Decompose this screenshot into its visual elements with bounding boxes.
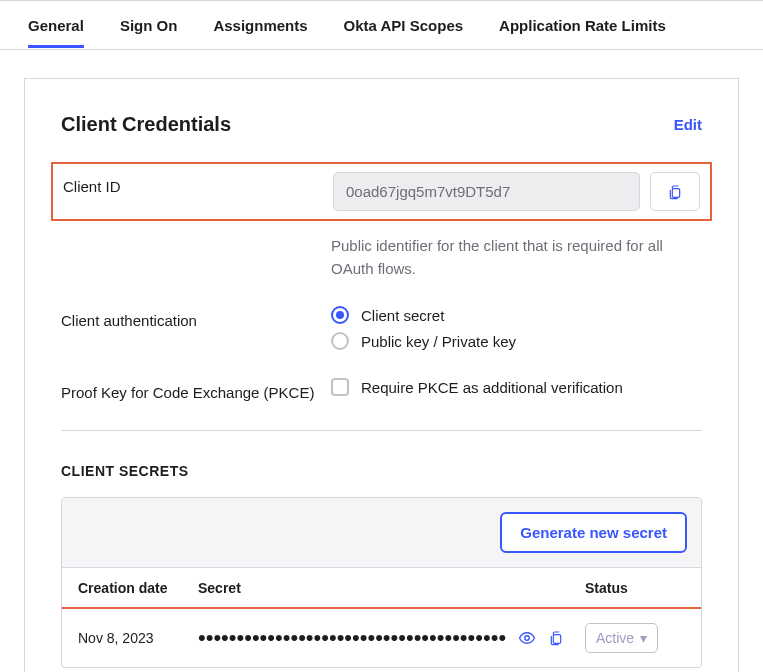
client-id-help: Public identifier for the client that is… xyxy=(331,235,702,280)
client-auth-label: Client authentication xyxy=(61,306,331,358)
pkce-label: Proof Key for Code Exchange (PKCE) xyxy=(61,378,331,404)
secret-masked: •••••••••••••••••••••••••••••••••••••••• xyxy=(198,627,506,649)
clipboard-icon[interactable] xyxy=(548,630,564,646)
radio-client-secret[interactable]: Client secret xyxy=(331,306,702,324)
col-creation-date: Creation date xyxy=(78,580,198,596)
generate-new-secret-button[interactable]: Generate new secret xyxy=(500,512,687,553)
client-id-row: Client ID 0oad67jgq5m7vt9DT5d7 xyxy=(51,162,712,221)
radio-label: Public key / Private key xyxy=(361,333,516,350)
col-status: Status xyxy=(585,580,685,596)
checkbox-require-pkce[interactable]: Require PKCE as additional verification xyxy=(331,378,702,396)
radio-icon xyxy=(331,332,349,350)
chevron-down-icon: ▾ xyxy=(640,630,647,646)
svg-point-1 xyxy=(525,636,530,641)
col-secret: Secret xyxy=(198,580,585,596)
tab-general[interactable]: General xyxy=(28,3,84,47)
client-secrets-table: Generate new secret Creation date Secret… xyxy=(61,497,702,668)
checkbox-icon xyxy=(331,378,349,396)
radio-public-key[interactable]: Public key / Private key xyxy=(331,332,702,350)
radio-icon xyxy=(331,306,349,324)
divider xyxy=(61,430,702,431)
tabs: General Sign On Assignments Okta API Sco… xyxy=(0,0,763,50)
general-panel: Client Credentials Edit Client ID 0oad67… xyxy=(24,78,739,672)
status-label: Active xyxy=(596,630,634,646)
client-id-label: Client ID xyxy=(63,172,333,211)
svg-rect-0 xyxy=(672,188,679,197)
secret-creation-date: Nov 8, 2023 xyxy=(78,630,198,646)
svg-rect-2 xyxy=(553,635,560,644)
radio-label: Client secret xyxy=(361,307,444,324)
clipboard-icon xyxy=(667,184,683,200)
credentials-title: Client Credentials xyxy=(61,113,231,136)
edit-button[interactable]: Edit xyxy=(674,116,702,133)
tab-application-rate-limits[interactable]: Application Rate Limits xyxy=(499,3,666,47)
tab-okta-api-scopes[interactable]: Okta API Scopes xyxy=(344,3,464,47)
eye-icon[interactable] xyxy=(518,629,536,647)
table-header: Creation date Secret Status xyxy=(62,567,701,609)
client-secrets-title: CLIENT SECRETS xyxy=(61,463,702,479)
table-row: Nov 8, 2023 ••••••••••••••••••••••••••••… xyxy=(61,607,702,668)
client-id-field[interactable]: 0oad67jgq5m7vt9DT5d7 xyxy=(333,172,640,211)
status-dropdown[interactable]: Active ▾ xyxy=(585,623,658,653)
tab-sign-on[interactable]: Sign On xyxy=(120,3,178,47)
tab-assignments[interactable]: Assignments xyxy=(213,3,307,47)
checkbox-label: Require PKCE as additional verification xyxy=(361,379,623,396)
copy-client-id-button[interactable] xyxy=(650,172,700,211)
